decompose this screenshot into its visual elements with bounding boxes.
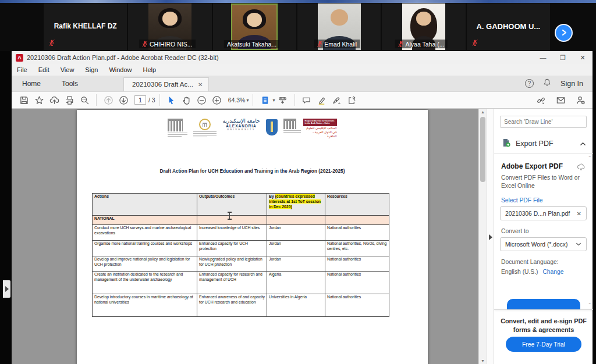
- scrollbar-thumb[interactable]: [480, 117, 485, 182]
- tab-bar: Home Tools 20210306 Draft Ac... ✕ ? Sign…: [12, 76, 593, 91]
- scroll-up-icon[interactable]: ▲: [479, 110, 487, 114]
- participant-name-chip: Akatsuki Takaha...: [224, 40, 279, 48]
- convert-button-clipped[interactable]: [507, 299, 580, 309]
- participant-name: Emad Khalil: [324, 41, 357, 48]
- pdf-document-title: Draft Action Plan for UCH Education and …: [77, 168, 428, 174]
- menu-file[interactable]: File: [17, 66, 27, 73]
- highlighter-icon[interactable]: [314, 93, 329, 107]
- print-button[interactable]: [62, 93, 77, 107]
- document-language-value: English (U.S.): [501, 269, 538, 275]
- format-dropdown[interactable]: Microsoft Word (*.docx): [500, 237, 587, 251]
- participant-tile[interactable]: Alyaa Taha (...: [382, 3, 465, 50]
- menu-sign[interactable]: Sign: [85, 66, 98, 73]
- select-pdf-file-link[interactable]: Select PDF File: [501, 197, 543, 204]
- next-page-button[interactable]: [116, 93, 131, 107]
- panel-scroll-up-icon[interactable]: ⌃: [588, 155, 591, 160]
- header-actions: Actions: [93, 194, 197, 216]
- participant-tile[interactable]: Rafik KHELLAF DZ: [44, 3, 127, 50]
- pdf-page: جامعة الإسكندرية ALEXANDRIA UNIVERSITY: [77, 110, 428, 364]
- search-icon[interactable]: [77, 93, 92, 107]
- tab-home[interactable]: Home: [12, 77, 51, 91]
- header-resources: Resources: [325, 194, 389, 216]
- restore-icon[interactable]: ❐: [553, 51, 573, 64]
- panel-scroll-down-icon[interactable]: ⌄: [588, 301, 591, 305]
- scroll-down-icon[interactable]: ▼: [479, 359, 487, 363]
- cloud-upload-button[interactable]: [47, 93, 62, 107]
- document-language-label: Document Language:: [501, 259, 558, 265]
- tools-search-input[interactable]: [500, 116, 587, 128]
- minimize-icon[interactable]: —: [533, 51, 553, 64]
- tab-tools[interactable]: Tools: [51, 77, 88, 91]
- participant-name: A. GADHOOM U...: [467, 22, 550, 31]
- menu-edit[interactable]: Edit: [38, 66, 49, 73]
- adobe-export-pdf-title: Adobe Export PDF: [501, 162, 563, 170]
- sign-in-button[interactable]: Sign In: [560, 80, 583, 88]
- email-icon[interactable]: [553, 93, 568, 107]
- tab-document[interactable]: 20210306 Draft Ac... ✕: [123, 77, 209, 91]
- zoom-level-value[interactable]: 64.3%: [228, 97, 246, 104]
- change-language-link[interactable]: Change: [542, 269, 563, 275]
- panel-divider: [494, 153, 593, 154]
- screen: Rafik KHELLAF DZ CHIHIRO NIS...: [0, 0, 596, 364]
- select-tool-icon[interactable]: [164, 93, 179, 107]
- save-button[interactable]: [16, 93, 31, 107]
- muted-mic-icon: [49, 39, 55, 47]
- share-link-icon[interactable]: [533, 93, 548, 107]
- section-label: NATIONAL: [93, 216, 197, 225]
- help-icon[interactable]: ?: [525, 79, 534, 88]
- document-viewport[interactable]: جامعة الإسكندرية ALEXANDRIA UNIVERSITY: [12, 109, 486, 364]
- profile-gear-icon[interactable]: [573, 93, 588, 107]
- participant-tile-active-speaker[interactable]: Akatsuki Takaha...: [213, 3, 296, 50]
- table-header-row: Actions Outputs/Outcomes By (countries e…: [93, 194, 389, 216]
- fit-width-icon[interactable]: [275, 93, 290, 107]
- participant-tile[interactable]: CHIHIRO NIS...: [128, 3, 211, 50]
- chevron-up-icon[interactable]: [580, 141, 586, 147]
- hand-tool-icon[interactable]: [179, 93, 194, 107]
- previous-page-button[interactable]: [101, 93, 116, 107]
- promo-divider: [494, 309, 593, 310]
- header-by: By (countries expressed interests at 1st…: [267, 194, 325, 216]
- unesco-regional-bureau-logo: Regional Bureau for Sciences in the Arab…: [283, 119, 337, 138]
- sign-pen-icon[interactable]: [329, 93, 345, 107]
- tools-panel: Export PDF ⌃ Adobe Export PDF Convert PD…: [494, 109, 593, 364]
- zoom-in-button[interactable]: [210, 93, 225, 107]
- fit-page-icon[interactable]: [257, 93, 272, 107]
- star-button[interactable]: [31, 93, 47, 107]
- selected-file-chip[interactable]: 20210306 D...n Plan.pdf ✕: [500, 206, 587, 220]
- action-plan-table: Actions Outputs/Outcomes By (countries e…: [92, 193, 389, 317]
- participant-tiles: Rafik KHELLAF DZ CHIHIRO NIS...: [44, 3, 550, 50]
- document-language-row: English (U.S.) Change: [501, 269, 563, 275]
- chevron-down-icon: [576, 241, 581, 247]
- table-section-row: NATIONAL: [93, 216, 389, 225]
- share-document-icon[interactable]: [345, 93, 360, 107]
- bureau-arabic-text: المكتب الإقليمي للعلوم في الدول العربية …: [303, 126, 337, 138]
- bell-icon[interactable]: [543, 78, 551, 89]
- left-pane-expand-tab[interactable]: [3, 280, 10, 298]
- close-icon[interactable]: ✕: [573, 51, 593, 64]
- page-number-input[interactable]: 1: [134, 95, 146, 105]
- alexandria-arabic-calligraphy: جامعة الإسكندرية: [222, 119, 260, 124]
- participant-tile[interactable]: Emad Khalil: [297, 3, 381, 50]
- remove-file-icon[interactable]: ✕: [577, 210, 581, 217]
- right-pane-handle[interactable]: [487, 109, 494, 364]
- next-participants-button[interactable]: [555, 24, 573, 42]
- zoom-dropdown-caret-icon[interactable]: ▾: [246, 98, 249, 103]
- menu-help[interactable]: Help: [143, 66, 157, 73]
- document-scrollbar[interactable]: ▲ ▼: [478, 109, 486, 364]
- zoom-out-button[interactable]: [194, 93, 210, 107]
- text-cursor: [227, 212, 232, 220]
- participant-tile[interactable]: A. GADHOOM U...: [467, 3, 550, 50]
- pdf-logo-row: جامعة الإسكندرية ALEXANDRIA UNIVERSITY: [77, 119, 428, 138]
- unesco-logo: [168, 119, 187, 137]
- free-trial-button[interactable]: Free 7-Day Trial: [506, 337, 581, 352]
- comment-icon[interactable]: [299, 93, 314, 107]
- export-pdf-header[interactable]: Export PDF: [494, 135, 593, 152]
- tab-close-icon[interactable]: ✕: [198, 81, 203, 88]
- muted-mic-icon: [317, 40, 322, 48]
- promo-text: Convert, edit and e-sign PDF forms & agr…: [499, 317, 588, 334]
- menu-view[interactable]: View: [61, 66, 74, 73]
- title-bar: A 20210306 Draft Action Plan.pdf - Adobe…: [12, 51, 593, 64]
- menu-window[interactable]: Window: [109, 66, 132, 73]
- highlighted-text: (countries expressed interests at 1st To…: [269, 194, 321, 209]
- table-row: Conduct more UCH surveys and marine arch…: [93, 225, 389, 241]
